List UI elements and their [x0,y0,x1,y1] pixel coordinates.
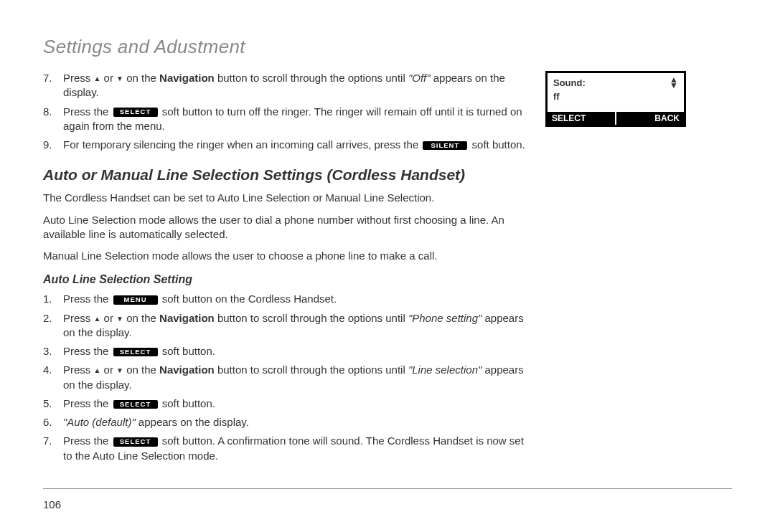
silent-soft-button: SILENT [423,141,467,150]
page-number: 106 [43,498,61,510]
lstep-5: Press the SELECT soft button. [43,396,531,411]
step-9: For temporary silencing the ringer when … [43,138,531,152]
lower-steps-list: Press the MENU soft button on the Cordle… [43,292,531,463]
lstep-3: Press the SELECT soft button. [43,344,531,358]
down-arrow-icon: ▼ [116,315,123,323]
lstep-1: Press the MENU soft button on the Cordle… [43,292,531,306]
text-column: Press ▲ or ▼ on the Navigation button to… [43,71,531,467]
select-soft-button: SELECT [113,400,158,409]
navigation-word: Navigation [159,312,215,324]
para-2: Auto Line Selection mode allows the user… [43,213,531,242]
lstep-7: Press the SELECT soft button. A confirma… [43,434,531,463]
content-wrap: Press ▲ or ▼ on the Navigation button to… [43,71,732,467]
para-3: Manual Line Selection mode allows the us… [43,249,531,263]
navigation-word: Navigation [159,72,215,84]
para-1: The Cordless Handset can be set to Auto … [43,191,531,205]
navigation-word: Navigation [159,364,215,376]
step-7: Press ▲ or ▼ on the Navigation button to… [43,71,531,100]
updown-icon: ▲▼ [670,77,678,87]
section-title: Settings and Adustment [43,36,732,58]
down-arrow-icon: ▼ [116,75,123,82]
auto-default-quote: "Auto (default)" [63,416,136,428]
up-arrow-icon: ▲ [94,367,101,375]
manual-page: Settings and Adustment Press ▲ or ▼ on t… [0,0,775,532]
subheading-auto-line: Auto Line Selection Setting [43,273,531,286]
off-quote: "Off" [408,72,431,84]
screen-softkey-left: SELECT [548,112,615,125]
lstep-4: Press ▲ or ▼ on the Navigation button to… [43,363,531,392]
screen-top-row: Sound: ▲▼ [548,73,684,91]
handset-screen-illustration: Sound: ▲▼ ff SELECT BACK [545,71,686,127]
line-selection-quote: "Line selection" [408,364,482,376]
up-arrow-icon: ▲ [94,75,101,82]
select-soft-button: SELECT [113,108,158,116]
phone-setting-quote: "Phone setting" [408,312,482,324]
subheading-auto-manual: Auto or Manual Line Selection Settings (… [43,166,531,184]
select-soft-button: SELECT [113,348,158,356]
screen-label: Sound: [553,77,586,88]
select-soft-button: SELECT [113,437,158,446]
footer-rule [43,488,732,489]
step-8: Press the SELECT soft button to turn off… [43,105,531,134]
screen-softkey-right: BACK [615,112,684,125]
menu-soft-button: MENU [113,295,158,304]
lstep-6: "Auto (default)" appears on the display. [43,415,531,429]
screen-value: ff [548,91,684,112]
upper-steps-list: Press ▲ or ▼ on the Navigation button to… [43,71,531,152]
up-arrow-icon: ▲ [94,315,101,323]
lstep-2: Press ▲ or ▼ on the Navigation button to… [43,311,531,341]
screen-softkey-row: SELECT BACK [548,112,684,125]
down-arrow-icon: ▼ [116,367,123,375]
